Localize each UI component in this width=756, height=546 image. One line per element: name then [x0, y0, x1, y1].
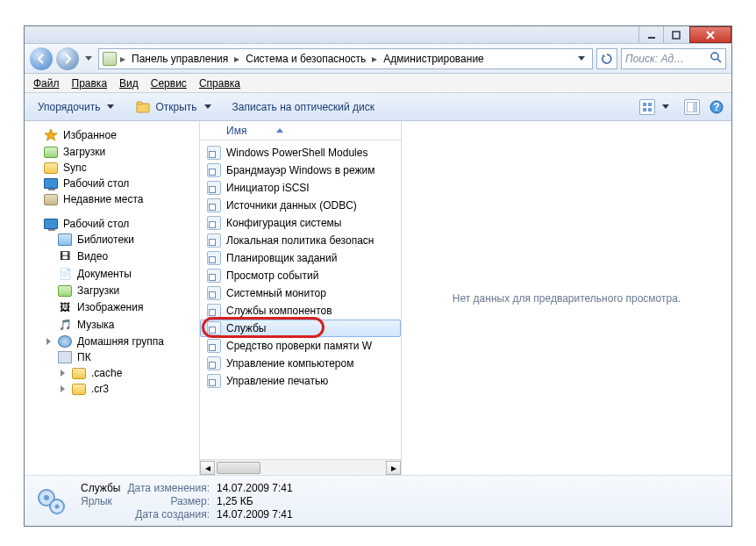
menu-bar: Файл Правка Вид Сервис Справка: [25, 74, 731, 93]
maximize-button[interactable]: [663, 26, 688, 43]
tree-pc[interactable]: ПК: [30, 349, 199, 365]
preview-pane: Нет данных для предварительного просмотр…: [402, 121, 731, 475]
file-item[interactable]: Конфигурация системы: [200, 214, 401, 232]
scroll-left-button[interactable]: ◂: [200, 461, 215, 475]
details-modified-value: 14.07.2009 7:41: [217, 482, 293, 494]
star-icon: [44, 128, 58, 142]
file-item[interactable]: Источники данных (ODBC): [200, 197, 401, 214]
view-mode-button[interactable]: [633, 97, 675, 118]
refresh-button[interactable]: [596, 48, 617, 69]
file-item[interactable]: Просмотр событий: [200, 267, 401, 284]
shortcut-icon: [207, 286, 221, 300]
menu-edit[interactable]: Правка: [72, 77, 108, 90]
file-item[interactable]: Системный монитор: [200, 284, 401, 302]
minimize-button[interactable]: [638, 26, 663, 43]
tree-homegroup[interactable]: Домашняя группа: [30, 334, 199, 349]
selected-item-icon: [33, 483, 70, 520]
file-item-label: Средство проверки памяти W: [226, 340, 372, 352]
back-button[interactable]: [30, 47, 53, 70]
menu-help[interactable]: Справка: [199, 77, 240, 90]
search-input[interactable]: Поиск: Ад…: [621, 48, 726, 69]
file-item[interactable]: Управление компьютером: [200, 355, 401, 372]
homegroup-icon: [58, 335, 72, 348]
pictures-icon: 🖼: [58, 300, 72, 314]
tree-video[interactable]: 🎞Видео: [30, 248, 199, 265]
shortcut-icon: [207, 233, 221, 248]
shortcut-icon: [207, 146, 221, 160]
content-area: Избранное Загрузки Sync Рабочий стол Нед…: [25, 121, 731, 475]
toolbar: Упорядочить Открыть Записать на оптическ…: [25, 93, 731, 121]
menu-tools[interactable]: Сервис: [151, 77, 187, 90]
file-item-label: Планировщик заданий: [226, 252, 337, 264]
tree-desktop[interactable]: Рабочий стол: [30, 176, 199, 191]
shortcut-icon: [207, 304, 221, 318]
video-icon: 🎞: [58, 249, 72, 263]
tree-sync[interactable]: Sync: [30, 160, 199, 176]
preview-pane-button[interactable]: [684, 99, 700, 115]
file-item[interactable]: Службы компонентов: [200, 302, 401, 320]
forward-button[interactable]: [56, 47, 79, 70]
tree-downloads2[interactable]: Загрузки: [30, 283, 199, 298]
navigation-tree[interactable]: Избранное Загрузки Sync Рабочий стол Нед…: [25, 121, 200, 475]
shortcut-icon: [207, 269, 221, 283]
crumb-control-panel[interactable]: Панель управления: [129, 52, 231, 66]
help-button[interactable]: ?: [709, 99, 724, 115]
tree-desktop-root[interactable]: Рабочий стол: [30, 216, 199, 232]
file-item[interactable]: Инициатор iSCSI: [200, 179, 401, 197]
tree-cache[interactable]: .cache: [30, 365, 199, 381]
scroll-thumb[interactable]: [217, 462, 260, 474]
close-button[interactable]: [689, 26, 731, 43]
file-item[interactable]: Службы: [200, 320, 401, 337]
file-list[interactable]: Windows PowerShell ModulesБрандмауэр Win…: [200, 140, 401, 459]
tree-music[interactable]: 🎵Музыка: [30, 316, 199, 334]
crumb-administration[interactable]: Администрирование: [381, 52, 486, 66]
tree-pictures[interactable]: 🖼Изображения: [30, 298, 199, 316]
shortcut-icon: [207, 251, 221, 265]
organize-button[interactable]: Упорядочить: [32, 98, 120, 116]
file-item-label: Службы компонентов: [226, 305, 332, 317]
details-pane: Службы Дата изменения: 14.07.2009 7:41 Я…: [25, 475, 731, 526]
file-item-label: Инициатор iSCSI: [226, 182, 310, 194]
file-list-pane: Имя Windows PowerShell ModulesБрандмауэр…: [200, 121, 402, 475]
file-item[interactable]: Брандмауэр Windows в режим: [200, 162, 401, 179]
file-item[interactable]: Средство проверки памяти W: [200, 337, 401, 355]
tree-cr3[interactable]: .cr3: [30, 381, 199, 397]
view-icon: [639, 99, 655, 115]
file-item[interactable]: Управление печатью: [200, 372, 401, 390]
svg-rect-7: [137, 102, 142, 104]
chevron-right-icon[interactable]: ▸: [232, 53, 241, 65]
file-item-label: Системный монитор: [226, 287, 326, 299]
tree-libraries[interactable]: Библиотеки: [30, 232, 199, 248]
documents-icon: 📄: [58, 267, 72, 281]
desktop-icon: [44, 178, 58, 189]
open-button[interactable]: Открыть: [129, 97, 217, 118]
crumb-system-security[interactable]: Система и безопасность: [243, 52, 368, 66]
horizontal-scrollbar[interactable]: ◂ ▸: [200, 459, 401, 475]
svg-line-5: [717, 59, 721, 62]
menu-file[interactable]: Файл: [33, 77, 60, 90]
control-panel-icon: [103, 52, 117, 66]
breadcrumb[interactable]: ▸ Панель управления ▸ Система и безопасн…: [98, 48, 593, 69]
open-icon: [135, 99, 151, 115]
details-created-value: 14.07.2009 7:41: [217, 508, 293, 521]
burn-button[interactable]: Записать на оптический диск: [226, 98, 382, 116]
svg-point-19: [55, 504, 60, 508]
folder-icon: [72, 384, 86, 395]
details-size-label: Размер:: [127, 495, 210, 507]
history-dropdown[interactable]: [82, 56, 95, 61]
tree-favorites[interactable]: Избранное: [30, 126, 199, 144]
menu-view[interactable]: Вид: [119, 77, 139, 90]
tree-documents[interactable]: 📄Документы: [30, 265, 199, 283]
breadcrumb-dropdown[interactable]: [574, 56, 588, 61]
column-header-name[interactable]: Имя: [200, 121, 401, 140]
details-modified-label: Дата изменения:: [127, 482, 210, 494]
file-item[interactable]: Локальная политика безопасн: [200, 232, 401, 249]
chevron-right-icon[interactable]: ▸: [118, 53, 127, 65]
tree-recent[interactable]: Недавние места: [30, 191, 199, 207]
file-item[interactable]: Планировщик заданий: [200, 249, 401, 267]
scroll-right-button[interactable]: ▸: [386, 461, 401, 475]
chevron-right-icon[interactable]: ▸: [370, 53, 379, 65]
file-item[interactable]: Windows PowerShell Modules: [200, 144, 401, 162]
details-name: Службы: [81, 482, 120, 494]
tree-downloads[interactable]: Загрузки: [30, 144, 199, 160]
